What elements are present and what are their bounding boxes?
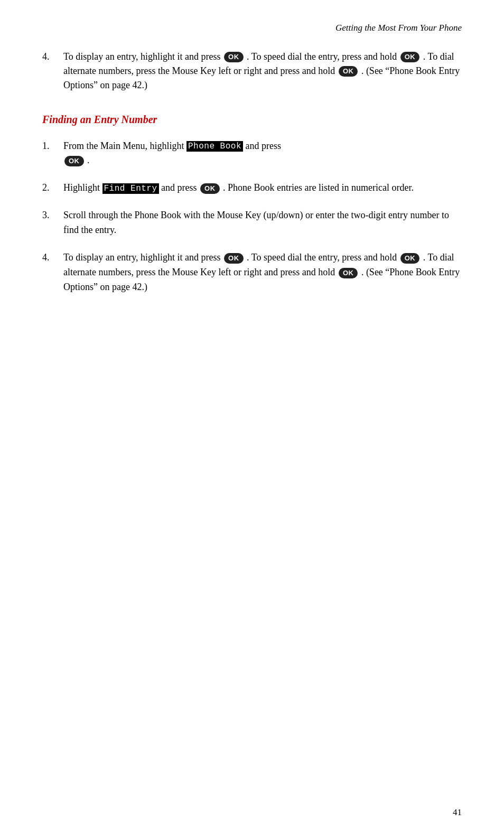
item-2-content: Highlight Find Entry and press OK . Phon… — [63, 181, 462, 195]
top-section: 4. To display an entry, highlight it and… — [42, 50, 462, 92]
ok-badge-4-1: OK — [224, 253, 244, 264]
ok-badge-2: OK — [200, 183, 220, 194]
item-4-content: To display an entry, highlight it and pr… — [63, 250, 462, 295]
ok-badge-4-3: OK — [339, 268, 358, 278]
item-3-content: Scroll through the Phone Book with the M… — [63, 208, 462, 238]
item-1-number: 1. — [42, 139, 63, 154]
item-2-text-after: and press — [161, 182, 197, 193]
item-2-number: 2. — [42, 181, 63, 195]
page: Getting the Most From Your Phone 4. To d… — [0, 0, 504, 840]
page-header: Getting the Most From Your Phone — [42, 21, 462, 35]
item-1-highlight: Phone Book — [186, 141, 243, 152]
item-1-text-after: and press — [246, 141, 281, 151]
top-item-number: 4. — [42, 50, 63, 64]
page-number: 41 — [453, 806, 462, 819]
item-1-content: From the Main Menu, highlight Phone Book… — [63, 139, 462, 169]
list-item-2: 2. Highlight Find Entry and press OK . P… — [42, 181, 462, 195]
section-title: Finding an Entry Number — [42, 111, 462, 127]
numbered-list: 1. From the Main Menu, highlight Phone B… — [42, 139, 462, 295]
list-item-3: 3. Scroll through the Phone Book with th… — [42, 208, 462, 238]
item-2-text-before: Highlight — [63, 182, 100, 193]
item-4-text-1: To display an entry, highlight it and pr… — [63, 252, 221, 263]
item-2-text-end: . Phone Book entries are listed in numer… — [223, 182, 414, 193]
item-4-number: 4. — [42, 250, 63, 265]
list-item-4: 4. To display an entry, highlight it and… — [42, 250, 462, 295]
header-title: Getting the Most From Your Phone — [335, 23, 462, 33]
top-text-1: To display an entry, highlight it and pr… — [63, 51, 221, 62]
list-item-1: 1. From the Main Menu, highlight Phone B… — [42, 139, 462, 169]
item-1-text-before: From the Main Menu, highlight — [63, 141, 184, 151]
top-item-content: To display an entry, highlight it and pr… — [63, 50, 462, 92]
ok-badge-top-1: OK — [224, 52, 244, 62]
item-4-text-2: . To speed dial the entry, press and hol… — [247, 252, 397, 263]
ok-badge-4-2: OK — [400, 253, 420, 264]
top-list-item: 4. To display an entry, highlight it and… — [42, 50, 462, 92]
item-1-text-end: . — [87, 155, 90, 165]
ok-badge-1: OK — [64, 156, 84, 166]
ok-badge-top-2: OK — [400, 52, 420, 62]
item-2-highlight: Find Entry — [102, 183, 159, 194]
top-text-2: . To speed dial the entry, press and hol… — [247, 51, 397, 62]
ok-badge-top-3: OK — [339, 66, 358, 77]
item-3-number: 3. — [42, 208, 63, 223]
